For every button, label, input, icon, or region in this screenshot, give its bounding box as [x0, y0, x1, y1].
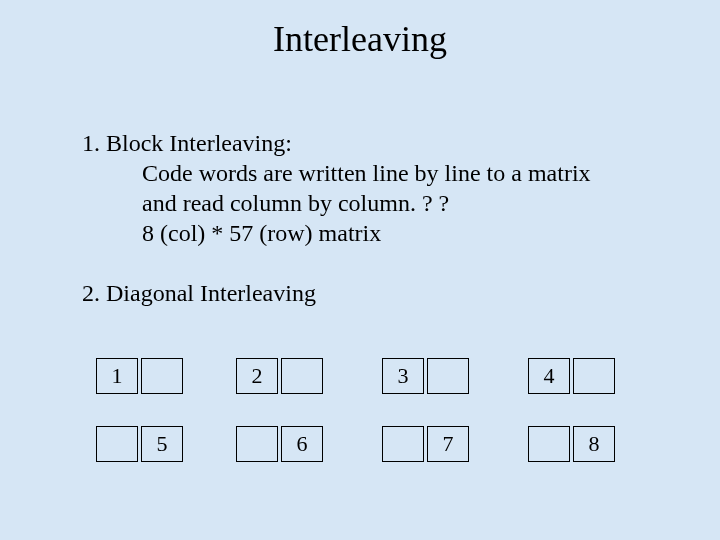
cell-pair-2: 2 — [236, 358, 323, 394]
slide: Interleaving 1. Block Interleaving: Code… — [0, 0, 720, 540]
cell-pair-6: 6 — [236, 426, 323, 462]
section-1-heading: 1. Block Interleaving: — [82, 128, 652, 158]
cell-3-blank — [427, 358, 469, 394]
cell-pair-7: 7 — [382, 426, 469, 462]
cell-pair-4: 4 — [528, 358, 615, 394]
cell-1-blank — [141, 358, 183, 394]
cell-4: 4 — [528, 358, 570, 394]
cell-5: 5 — [141, 426, 183, 462]
cell-pair-5: 5 — [96, 426, 183, 462]
cell-pair-8: 8 — [528, 426, 615, 462]
cell-3: 3 — [382, 358, 424, 394]
section-2-heading: 2. Diagonal Interleaving — [82, 278, 652, 308]
diagram-row-2: 5 6 7 8 — [96, 426, 656, 466]
cell-pair-3: 3 — [382, 358, 469, 394]
section-1-line-1: Code words are written line by line to a… — [82, 158, 652, 188]
section-1-line-2: and read column by column. ? ? — [82, 188, 652, 218]
cell-8-blank — [528, 426, 570, 462]
cell-5-blank — [96, 426, 138, 462]
cell-2-blank — [281, 358, 323, 394]
cell-7: 7 — [427, 426, 469, 462]
diagram-row-1: 1 2 3 4 — [96, 358, 656, 398]
cell-4-blank — [573, 358, 615, 394]
slide-body: 1. Block Interleaving: Code words are wr… — [82, 128, 652, 308]
cell-6-blank — [236, 426, 278, 462]
cell-7-blank — [382, 426, 424, 462]
cell-pair-1: 1 — [96, 358, 183, 394]
interleaving-diagram: 1 2 3 4 5 6 — [96, 358, 656, 494]
slide-title: Interleaving — [0, 18, 720, 60]
section-1-line-3: 8 (col) * 57 (row) matrix — [82, 218, 652, 248]
cell-2: 2 — [236, 358, 278, 394]
cell-8: 8 — [573, 426, 615, 462]
cell-1: 1 — [96, 358, 138, 394]
cell-6: 6 — [281, 426, 323, 462]
